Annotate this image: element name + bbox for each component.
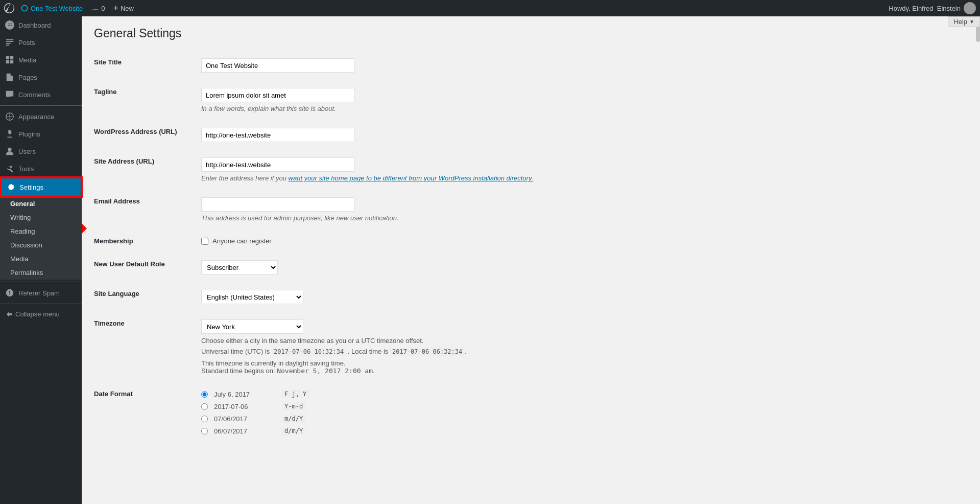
- howdy-text: Howdy, Einfred_Einstein: [889, 5, 961, 12]
- submenu-item-writing[interactable]: Writing: [0, 211, 82, 224]
- date-format-radio-3[interactable]: [201, 416, 208, 422]
- email-description: This address is used for admin purposes,…: [201, 214, 548, 222]
- sidebar-item-posts[interactable]: Posts: [0, 34, 82, 51]
- site-address-row: Site Address (URL) Enter the address her…: [94, 150, 554, 190]
- separator-2: [0, 282, 82, 282]
- membership-label: Membership: [94, 230, 196, 253]
- svg-rect-2: [6, 60, 9, 63]
- site-name-link[interactable]: One Test Website: [16, 4, 87, 12]
- sidebar-item-dashboard-label: Dashboard: [18, 21, 51, 29]
- date-format-option-1: July 6, 2017 F j, Y: [201, 390, 548, 398]
- page-title: General Settings: [94, 27, 968, 40]
- help-button[interactable]: Help ▼: [948, 16, 980, 27]
- site-title-row: Site Title: [94, 51, 554, 80]
- date-format-radio-2[interactable]: [201, 403, 208, 410]
- date-format-option-2: 2017-07-06 Y-m-d: [201, 402, 548, 410]
- submenu-item-media[interactable]: Media: [0, 252, 82, 266]
- date-format-code-2: Y-m-d: [281, 402, 306, 410]
- site-title-label: Site Title: [94, 51, 196, 80]
- sidebar-item-referer-spam-label: Referer Spam: [18, 289, 60, 297]
- collapse-menu-button[interactable]: Collapse menu: [0, 306, 82, 322]
- separator-1: [0, 105, 82, 106]
- sidebar-item-pages[interactable]: Pages: [0, 68, 82, 86]
- timezone-dst-note: This timezone is currently in daylight s…: [201, 359, 548, 375]
- wp-address-input[interactable]: [201, 128, 354, 142]
- sidebar-item-appearance-label: Appearance: [18, 113, 54, 121]
- timezone-label: Timezone: [94, 312, 196, 382]
- submenu-item-reading[interactable]: Reading: [0, 224, 82, 238]
- site-address-input[interactable]: [201, 157, 354, 172]
- plus-icon: +: [113, 3, 118, 14]
- comments-link[interactable]: 0: [87, 4, 109, 12]
- user-avatar: [964, 2, 976, 14]
- membership-checkbox-label[interactable]: Anyone can register: [212, 237, 272, 245]
- sidebar-item-tools[interactable]: Tools: [0, 160, 82, 177]
- comments-count: 0: [101, 5, 105, 12]
- membership-checkbox-group: Anyone can register: [201, 237, 548, 245]
- new-label: New: [121, 5, 134, 12]
- utc-time-label: Universal time (UTC) is: [201, 348, 270, 355]
- date-format-display-2: 2017-07-06: [214, 403, 275, 410]
- sidebar-item-tools-label: Tools: [18, 165, 34, 173]
- date-format-radio-1[interactable]: [201, 391, 208, 398]
- main-content: General Settings Site Title Tagline In a…: [82, 16, 980, 504]
- help-chevron-icon: ▼: [969, 19, 974, 25]
- sidebar-item-dashboard[interactable]: Dashboard: [0, 16, 82, 34]
- site-address-description: Enter the address here if you want your …: [201, 174, 548, 182]
- local-time-label: Local time is: [351, 348, 388, 355]
- separator-3: [0, 304, 82, 304]
- membership-row: Membership Anyone can register: [94, 230, 554, 253]
- email-input[interactable]: [201, 197, 354, 212]
- sidebar-item-comments[interactable]: Comments: [0, 86, 82, 103]
- date-format-label: Date Format: [94, 382, 196, 447]
- sidebar-item-comments-label: Comments: [18, 91, 51, 99]
- submenu-item-general[interactable]: General: [0, 197, 82, 211]
- date-format-radio-4[interactable]: [201, 428, 208, 434]
- scrollbar[interactable]: [976, 16, 980, 504]
- sidebar-item-plugins-label: Plugins: [18, 130, 40, 138]
- sidebar-item-settings[interactable]: Settings: [0, 177, 82, 197]
- standard-time-value: November 5, 2017 2:00 am: [277, 367, 373, 375]
- timezone-description: Choose either a city in the same timezon…: [201, 337, 548, 345]
- date-format-code-4: d/m/Y: [281, 427, 306, 435]
- help-label: Help: [953, 18, 967, 26]
- date-format-row: Date Format July 6, 2017 F j, Y 2017-07-…: [94, 382, 554, 447]
- email-row: Email Address This address is used for a…: [94, 190, 554, 230]
- svg-rect-1: [10, 56, 13, 59]
- sidebar-item-appearance[interactable]: Appearance: [0, 108, 82, 125]
- admin-sidebar: Dashboard Posts Media Pages Comments App…: [0, 16, 82, 504]
- tagline-label: Tagline: [94, 80, 196, 120]
- site-address-link[interactable]: want your site home page to be different…: [289, 174, 534, 182]
- new-content-menu[interactable]: + New: [109, 3, 138, 14]
- new-user-role-label: New User Default Role: [94, 253, 196, 282]
- membership-checkbox[interactable]: [201, 238, 208, 245]
- sidebar-item-pages-label: Pages: [18, 74, 37, 81]
- submenu-item-permalinks[interactable]: Permalinks: [0, 266, 82, 280]
- admin-bar: One Test Website 0 + New Howdy, Einfred_…: [0, 0, 980, 16]
- sidebar-item-referer-spam[interactable]: Referer Spam: [0, 284, 82, 302]
- date-format-option-3: 07/06/2017 m/d/Y: [201, 415, 548, 423]
- new-user-role-select[interactable]: Subscriber Contributor Author Editor Adm…: [201, 260, 278, 274]
- tagline-description: In a few words, explain what this site i…: [201, 105, 548, 112]
- svg-point-5: [8, 148, 11, 151]
- settings-submenu: General Writing Reading Discussion Media…: [0, 197, 82, 280]
- timezone-select[interactable]: New York UTC: [201, 319, 303, 334]
- date-format-display-3: 07/06/2017: [214, 415, 275, 423]
- user-menu[interactable]: Howdy, Einfred_Einstein: [889, 2, 976, 14]
- site-language-select[interactable]: English (United States): [201, 290, 303, 304]
- sidebar-item-users[interactable]: Users: [0, 143, 82, 160]
- wp-logo[interactable]: [4, 3, 14, 13]
- site-address-label: Site Address (URL): [94, 150, 196, 190]
- sidebar-item-plugins[interactable]: Plugins: [0, 125, 82, 143]
- submenu-item-discussion[interactable]: Discussion: [0, 238, 82, 252]
- date-format-option-4: 06/07/2017 d/m/Y: [201, 427, 548, 435]
- timezone-utc-info: Universal time (UTC) is 2017-07-06 10:32…: [201, 348, 548, 355]
- tagline-input[interactable]: [201, 88, 354, 102]
- site-language-label: Site Language: [94, 282, 196, 312]
- timezone-row: Timezone New York UTC Choose either a ci…: [94, 312, 554, 382]
- site-name-text: One Test Website: [31, 5, 83, 12]
- email-label: Email Address: [94, 190, 196, 230]
- sidebar-item-media[interactable]: Media: [0, 51, 82, 68]
- date-format-code-1: F j, Y: [281, 390, 309, 398]
- site-title-input[interactable]: [201, 58, 354, 73]
